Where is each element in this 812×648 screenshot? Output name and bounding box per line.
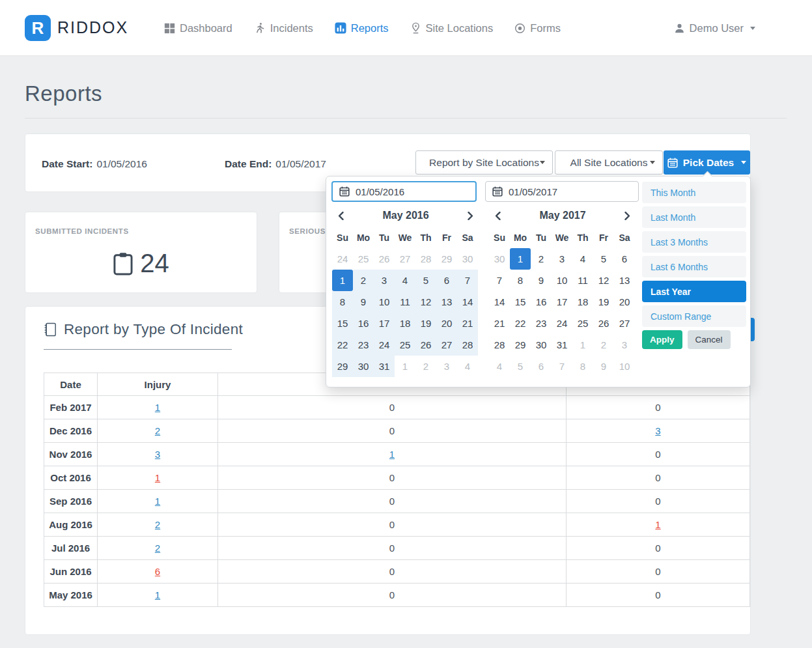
- day-cell[interactable]: 5: [593, 248, 614, 270]
- nav-item-reports[interactable]: Reports: [335, 22, 389, 35]
- day-cell[interactable]: 7: [457, 270, 478, 291]
- day-cell[interactable]: 25: [395, 334, 415, 356]
- day-cell[interactable]: 1: [395, 356, 415, 377]
- start-date-input[interactable]: 01/05/2016: [331, 181, 477, 202]
- day-cell[interactable]: 23: [531, 313, 552, 334]
- day-cell[interactable]: 29: [332, 356, 353, 377]
- day-cell[interactable]: 16: [531, 291, 552, 313]
- day-cell[interactable]: 28: [489, 334, 510, 356]
- day-cell[interactable]: 6: [531, 356, 552, 377]
- day-cell[interactable]: 15: [332, 313, 353, 334]
- day-cell[interactable]: 22: [332, 334, 353, 356]
- day-cell[interactable]: 27: [436, 334, 457, 356]
- day-cell[interactable]: 8: [332, 291, 353, 313]
- day-cell[interactable]: 2: [531, 248, 552, 270]
- report-type-select[interactable]: Report by Site Locations: [415, 150, 553, 175]
- prev-month-icon[interactable]: [495, 212, 501, 220]
- day-cell[interactable]: 15: [510, 291, 531, 313]
- day-cell[interactable]: 5: [415, 270, 436, 291]
- day-cell[interactable]: 8: [572, 356, 593, 377]
- nav-item-incidents[interactable]: Incidents: [254, 22, 313, 35]
- day-cell[interactable]: 1: [510, 248, 531, 270]
- day-cell[interactable]: 8: [510, 270, 531, 291]
- incident-count-link[interactable]: 3: [655, 425, 660, 436]
- incident-count-link[interactable]: 1: [155, 589, 160, 600]
- day-cell[interactable]: 25: [572, 313, 593, 334]
- day-cell[interactable]: 2: [593, 334, 614, 356]
- day-cell[interactable]: 11: [395, 291, 415, 313]
- day-cell[interactable]: 4: [395, 270, 415, 291]
- apply-button[interactable]: Apply: [642, 330, 682, 349]
- day-cell[interactable]: 26: [593, 313, 614, 334]
- incident-count-link[interactable]: 2: [155, 425, 160, 436]
- day-cell[interactable]: 21: [489, 313, 510, 334]
- day-cell[interactable]: 31: [374, 356, 395, 377]
- day-cell[interactable]: 5: [510, 356, 531, 377]
- prev-month-icon[interactable]: [338, 212, 344, 220]
- day-cell[interactable]: 9: [531, 270, 552, 291]
- nav-item-site-locations[interactable]: Site Locations: [410, 22, 494, 35]
- day-cell[interactable]: 10: [614, 356, 635, 377]
- cancel-button[interactable]: Cancel: [688, 330, 731, 349]
- preset-last-month[interactable]: Last Month: [642, 206, 746, 228]
- day-cell[interactable]: 19: [593, 291, 614, 313]
- day-cell[interactable]: 31: [552, 334, 572, 356]
- day-cell[interactable]: 28: [457, 334, 478, 356]
- incident-count-link[interactable]: 1: [155, 402, 160, 413]
- day-cell[interactable]: 10: [552, 270, 572, 291]
- day-cell[interactable]: 30: [353, 356, 374, 377]
- day-cell[interactable]: 10: [374, 291, 395, 313]
- day-cell[interactable]: 29: [436, 248, 457, 270]
- day-cell[interactable]: 4: [489, 356, 510, 377]
- day-cell[interactable]: 16: [353, 313, 374, 334]
- day-cell[interactable]: 1: [572, 334, 593, 356]
- nav-item-dashboard[interactable]: Dashboard: [164, 22, 232, 35]
- day-cell[interactable]: 26: [415, 334, 436, 356]
- incident-count-link[interactable]: 1: [655, 519, 660, 530]
- day-cell[interactable]: 7: [552, 356, 572, 377]
- day-cell[interactable]: 13: [614, 270, 635, 291]
- day-cell[interactable]: 20: [436, 313, 457, 334]
- preset-custom-range[interactable]: Custom Range: [642, 305, 746, 327]
- day-cell[interactable]: 6: [436, 270, 457, 291]
- day-cell[interactable]: 13: [436, 291, 457, 313]
- preset-last-6-months[interactable]: Last 6 Months: [642, 256, 746, 277]
- day-cell[interactable]: 27: [395, 248, 415, 270]
- preset-last-3-months[interactable]: Last 3 Months: [642, 231, 746, 253]
- day-cell[interactable]: 18: [395, 313, 415, 334]
- incident-count-link[interactable]: 1: [155, 472, 160, 483]
- day-cell[interactable]: 7: [489, 270, 510, 291]
- day-cell[interactable]: 14: [489, 291, 510, 313]
- day-cell[interactable]: 23: [353, 334, 374, 356]
- incident-count-link[interactable]: 2: [155, 519, 160, 530]
- day-cell[interactable]: 27: [614, 313, 635, 334]
- day-cell[interactable]: 30: [489, 248, 510, 270]
- incident-count-link[interactable]: 2: [155, 542, 160, 554]
- day-cell[interactable]: 25: [353, 248, 374, 270]
- day-cell[interactable]: 12: [593, 270, 614, 291]
- day-cell[interactable]: 12: [415, 291, 436, 313]
- day-cell[interactable]: 21: [457, 313, 478, 334]
- day-cell[interactable]: 24: [552, 313, 572, 334]
- preset-last-year[interactable]: Last Year: [642, 281, 746, 302]
- site-locations-select[interactable]: All Site Locations: [555, 150, 663, 175]
- day-cell[interactable]: 30: [531, 334, 552, 356]
- day-cell[interactable]: 24: [332, 248, 353, 270]
- day-cell[interactable]: 3: [552, 248, 572, 270]
- day-cell[interactable]: 6: [614, 248, 635, 270]
- next-month-icon[interactable]: [468, 212, 473, 220]
- next-month-icon[interactable]: [624, 212, 630, 220]
- incident-count-link[interactable]: 1: [389, 449, 395, 460]
- day-cell[interactable]: 3: [436, 356, 457, 377]
- day-cell[interactable]: 2: [415, 356, 436, 377]
- day-cell[interactable]: 24: [374, 334, 395, 356]
- day-cell[interactable]: 17: [552, 291, 572, 313]
- day-cell[interactable]: 4: [572, 248, 593, 270]
- day-cell[interactable]: 1: [332, 270, 353, 291]
- day-cell[interactable]: 22: [510, 313, 531, 334]
- app-logo[interactable]: R: [25, 15, 51, 41]
- day-cell[interactable]: 2: [353, 270, 374, 291]
- day-cell[interactable]: 4: [457, 356, 478, 377]
- day-cell[interactable]: 19: [415, 313, 436, 334]
- user-menu[interactable]: Demo User: [674, 0, 755, 56]
